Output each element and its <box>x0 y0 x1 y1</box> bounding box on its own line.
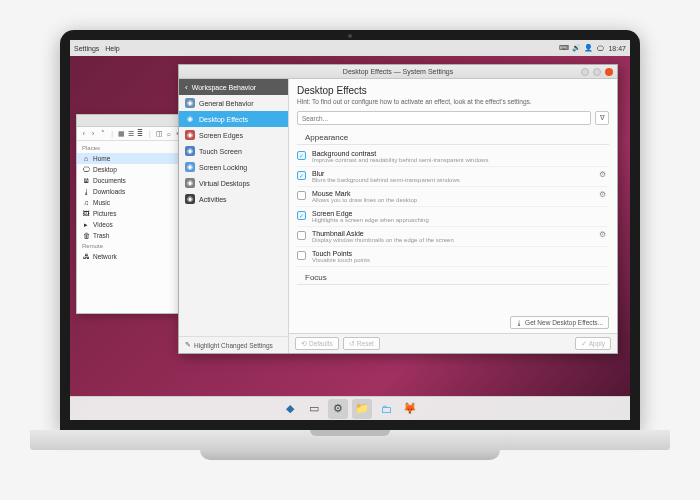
search-input[interactable] <box>297 111 591 125</box>
details-view-icon[interactable]: ≣ <box>137 129 144 138</box>
places-item[interactable]: 🖵Desktop <box>77 164 185 175</box>
volume-icon[interactable]: 🔊 <box>572 44 580 52</box>
pictures-icon: 🖼 <box>82 210 90 218</box>
file-manager-window[interactable]: ‹ › ˄ | ▦ ☰ ≣ | ◫ ⌕ ≡ Places⌂Home🖵Deskto… <box>76 114 186 314</box>
settings-category[interactable]: ◉General Behavior <box>179 95 288 111</box>
divider: | <box>108 129 115 138</box>
display-icon[interactable]: 🖵 <box>596 44 604 52</box>
places-item[interactable]: 🖧Network <box>77 251 185 262</box>
effect-name: Touch Points <box>312 250 593 257</box>
defaults-button[interactable]: ⟲Defaults <box>295 337 339 350</box>
effect-name: Screen Edge <box>312 210 593 217</box>
up-icon[interactable]: ˄ <box>99 129 106 138</box>
category-label: Virtual Desktops <box>199 180 250 187</box>
category-icon: ◉ <box>185 114 195 124</box>
pencil-icon: ✎ <box>185 341 191 349</box>
places-item[interactable]: ▸Videos <box>77 219 185 230</box>
system-settings-window[interactable]: Desktop Effects — System Settings ‹ Work… <box>178 64 618 354</box>
menu-settings[interactable]: Settings <box>74 45 99 52</box>
taskbar-files[interactable]: 🗀 <box>376 399 396 419</box>
category-icon: ◉ <box>185 162 195 172</box>
settings-category[interactable]: ◉Virtual Desktops <box>179 175 288 191</box>
user-icon[interactable]: 👤 <box>584 44 592 52</box>
effect-checkbox[interactable]: ✓ <box>297 151 306 160</box>
back-to-workspace-button[interactable]: ‹ Workspace Behavior <box>179 79 288 95</box>
hint-text: Hint: To find out or configure how to ac… <box>289 98 617 109</box>
places-item[interactable]: ⭳Downloads <box>77 186 185 197</box>
downloads-icon: ⭳ <box>82 188 90 196</box>
settings-category[interactable]: ◉Screen Locking <box>179 159 288 175</box>
category-icon: ◉ <box>185 194 195 204</box>
highlight-changed-toggle[interactable]: ✎ Highlight Changed Settings <box>179 336 288 353</box>
effect-checkbox[interactable] <box>297 191 306 200</box>
top-menu-bar: Settings Help ⌨ 🔊 👤 🖵 18:47 <box>70 40 630 56</box>
effect-checkbox[interactable]: ✓ <box>297 211 306 220</box>
get-new-effects-button[interactable]: ⭳Get New Desktop Effects... <box>510 316 609 329</box>
effect-configure-icon[interactable]: ⚙ <box>599 230 609 239</box>
section-header: Appearance <box>297 127 609 145</box>
effect-row: Mouse MarkAllows you to draw lines on th… <box>297 187 609 207</box>
category-label: Activities <box>199 196 227 203</box>
settings-category[interactable]: ◉Touch Screen <box>179 143 288 159</box>
places-item[interactable]: 🗎Documents <box>77 175 185 186</box>
chevron-left-icon: ‹ <box>185 83 188 92</box>
check-icon: ✓ <box>581 340 587 348</box>
maximize-button[interactable] <box>593 68 601 76</box>
split-icon[interactable]: ◫ <box>156 129 163 138</box>
reset-button[interactable]: ↺Reset <box>343 337 380 350</box>
desktop-icon: 🖵 <box>82 166 90 174</box>
effect-description: Allows you to draw lines on the desktop <box>312 197 593 203</box>
filter-button[interactable]: ∇ <box>595 111 609 125</box>
file-manager-titlebar[interactable] <box>77 115 185 127</box>
effect-checkbox[interactable]: ✓ <box>297 171 306 180</box>
app-launcher-icon[interactable]: ◆ <box>280 399 300 419</box>
places-group-label: Places <box>77 143 185 153</box>
taskbar-dolphin[interactable]: 📁 <box>352 399 372 419</box>
effect-name: Thumbnail Aside <box>312 230 593 237</box>
effect-name: Mouse Mark <box>312 190 593 197</box>
back-label: Workspace Behavior <box>192 84 256 91</box>
places-item[interactable]: 🗑Trash <box>77 230 185 241</box>
effect-configure-icon[interactable]: ⚙ <box>599 190 609 199</box>
settings-category[interactable]: ◉Activities <box>179 191 288 207</box>
places-item[interactable]: ♫Music <box>77 197 185 208</box>
music-icon: ♫ <box>82 199 90 207</box>
places-item-label: Videos <box>93 221 113 228</box>
effect-description: Blurs the background behind semi-transpa… <box>312 177 593 183</box>
compact-view-icon[interactable]: ☰ <box>127 129 134 138</box>
keyboard-icon[interactable]: ⌨ <box>560 44 568 52</box>
category-icon: ◉ <box>185 146 195 156</box>
defaults-icon: ⟲ <box>301 340 307 348</box>
taskbar-firefox[interactable]: 🦊 <box>400 399 420 419</box>
settings-category[interactable]: ◉Desktop Effects <box>179 111 288 127</box>
back-icon[interactable]: ‹ <box>80 129 87 138</box>
minimize-button[interactable] <box>581 68 589 76</box>
effect-description: Display window thumbnails on the edge of… <box>312 237 593 243</box>
effect-configure-icon[interactable]: ⚙ <box>599 170 609 179</box>
effect-checkbox[interactable] <box>297 251 306 260</box>
taskbar-show-desktop[interactable]: ▭ <box>304 399 324 419</box>
places-item-label: Trash <box>93 232 109 239</box>
icons-view-icon[interactable]: ▦ <box>118 129 125 138</box>
menu-help[interactable]: Help <box>105 45 119 52</box>
places-item[interactable]: 🖼Pictures <box>77 208 185 219</box>
settings-category[interactable]: ◉Screen Edges <box>179 127 288 143</box>
places-item-label: Home <box>93 155 110 162</box>
settings-main-panel: Desktop Effects Hint: To find out or con… <box>289 79 617 353</box>
apply-button[interactable]: ✓Apply <box>575 337 611 350</box>
category-icon: ◉ <box>185 98 195 108</box>
places-item[interactable]: ⌂Home <box>77 153 185 164</box>
effect-checkbox[interactable] <box>297 231 306 240</box>
close-button[interactable] <box>605 68 613 76</box>
search-icon[interactable]: ⌕ <box>165 129 172 138</box>
effect-row: ✓Screen EdgeHighlights a screen edge whe… <box>297 207 609 227</box>
effect-row: ✓BlurBlurs the background behind semi-tr… <box>297 167 609 187</box>
settings-titlebar[interactable]: Desktop Effects — System Settings <box>179 65 617 79</box>
clock[interactable]: 18:47 <box>608 45 626 52</box>
category-label: Screen Edges <box>199 132 243 139</box>
taskbar-system-settings[interactable]: ⚙ <box>328 399 348 419</box>
forward-icon[interactable]: › <box>89 129 96 138</box>
filter-icon: ∇ <box>600 114 605 122</box>
reset-icon: ↺ <box>349 340 355 348</box>
effect-row: Thumbnail AsideDisplay window thumbnails… <box>297 227 609 247</box>
